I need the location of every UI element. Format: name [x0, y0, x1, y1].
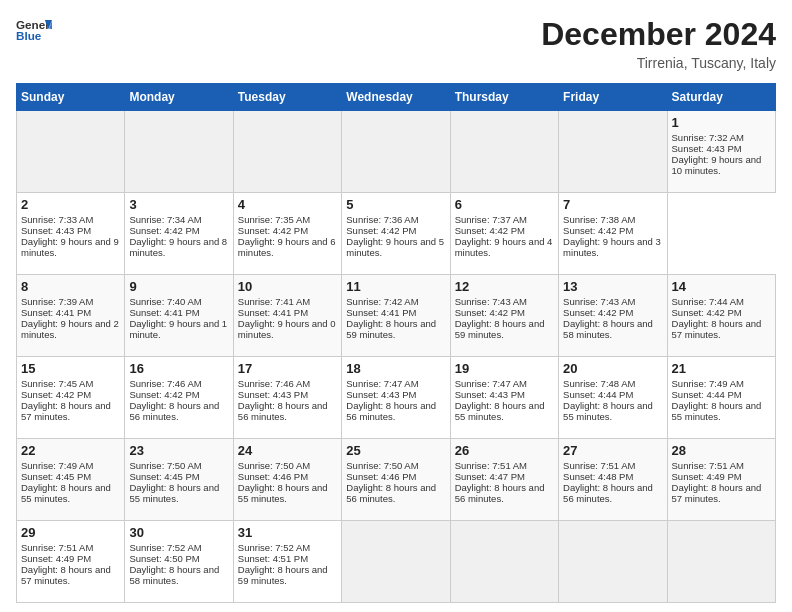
logo-icon: General Blue	[16, 16, 52, 44]
calendar-cell: 16Sunrise: 7:46 AMSunset: 4:42 PMDayligh…	[125, 357, 233, 439]
day-number: 10	[238, 279, 337, 294]
calendar-cell: 26Sunrise: 7:51 AMSunset: 4:47 PMDayligh…	[450, 439, 558, 521]
calendar-cell: 10Sunrise: 7:41 AMSunset: 4:41 PMDayligh…	[233, 275, 341, 357]
day-header-sunday: Sunday	[17, 84, 125, 111]
calendar-cell: 25Sunrise: 7:50 AMSunset: 4:46 PMDayligh…	[342, 439, 450, 521]
day-number: 18	[346, 361, 445, 376]
calendar-cell: 2Sunrise: 7:33 AMSunset: 4:43 PMDaylight…	[17, 193, 125, 275]
calendar-cell: 20Sunrise: 7:48 AMSunset: 4:44 PMDayligh…	[559, 357, 667, 439]
calendar-cell: 21Sunrise: 7:49 AMSunset: 4:44 PMDayligh…	[667, 357, 775, 439]
day-number: 14	[672, 279, 771, 294]
calendar-cell	[342, 111, 450, 193]
calendar-cell: 11Sunrise: 7:42 AMSunset: 4:41 PMDayligh…	[342, 275, 450, 357]
calendar-cell: 27Sunrise: 7:51 AMSunset: 4:48 PMDayligh…	[559, 439, 667, 521]
calendar-cell: 9Sunrise: 7:40 AMSunset: 4:41 PMDaylight…	[125, 275, 233, 357]
day-number: 20	[563, 361, 662, 376]
day-info: Sunrise: 7:50 AMSunset: 4:45 PMDaylight:…	[129, 460, 219, 504]
day-info: Sunrise: 7:49 AMSunset: 4:45 PMDaylight:…	[21, 460, 111, 504]
calendar-cell	[125, 111, 233, 193]
day-info: Sunrise: 7:51 AMSunset: 4:49 PMDaylight:…	[672, 460, 762, 504]
location-title: Tirrenia, Tuscany, Italy	[541, 55, 776, 71]
day-header-friday: Friday	[559, 84, 667, 111]
day-info: Sunrise: 7:50 AMSunset: 4:46 PMDaylight:…	[238, 460, 328, 504]
day-number: 23	[129, 443, 228, 458]
day-number: 19	[455, 361, 554, 376]
day-number: 5	[346, 197, 445, 212]
day-number: 11	[346, 279, 445, 294]
day-number: 24	[238, 443, 337, 458]
day-info: Sunrise: 7:52 AMSunset: 4:50 PMDaylight:…	[129, 542, 219, 586]
day-number: 13	[563, 279, 662, 294]
day-number: 22	[21, 443, 120, 458]
calendar-cell: 22Sunrise: 7:49 AMSunset: 4:45 PMDayligh…	[17, 439, 125, 521]
calendar-cell: 1Sunrise: 7:32 AMSunset: 4:43 PMDaylight…	[667, 111, 775, 193]
day-header-saturday: Saturday	[667, 84, 775, 111]
day-info: Sunrise: 7:32 AMSunset: 4:43 PMDaylight:…	[672, 132, 762, 176]
day-number: 17	[238, 361, 337, 376]
day-info: Sunrise: 7:43 AMSunset: 4:42 PMDaylight:…	[455, 296, 545, 340]
day-info: Sunrise: 7:36 AMSunset: 4:42 PMDaylight:…	[346, 214, 444, 258]
day-info: Sunrise: 7:43 AMSunset: 4:42 PMDaylight:…	[563, 296, 653, 340]
day-info: Sunrise: 7:34 AMSunset: 4:42 PMDaylight:…	[129, 214, 227, 258]
day-info: Sunrise: 7:48 AMSunset: 4:44 PMDaylight:…	[563, 378, 653, 422]
day-info: Sunrise: 7:47 AMSunset: 4:43 PMDaylight:…	[346, 378, 436, 422]
day-number: 30	[129, 525, 228, 540]
logo: General Blue	[16, 16, 52, 44]
calendar-cell: 17Sunrise: 7:46 AMSunset: 4:43 PMDayligh…	[233, 357, 341, 439]
day-number: 21	[672, 361, 771, 376]
calendar-cell: 15Sunrise: 7:45 AMSunset: 4:42 PMDayligh…	[17, 357, 125, 439]
day-number: 25	[346, 443, 445, 458]
calendar-cell: 28Sunrise: 7:51 AMSunset: 4:49 PMDayligh…	[667, 439, 775, 521]
calendar-cell	[17, 111, 125, 193]
page-header: General Blue December 2024 Tirrenia, Tus…	[16, 16, 776, 71]
day-info: Sunrise: 7:50 AMSunset: 4:46 PMDaylight:…	[346, 460, 436, 504]
day-info: Sunrise: 7:46 AMSunset: 4:43 PMDaylight:…	[238, 378, 328, 422]
day-info: Sunrise: 7:41 AMSunset: 4:41 PMDaylight:…	[238, 296, 336, 340]
calendar-week-row: 1Sunrise: 7:32 AMSunset: 4:43 PMDaylight…	[17, 111, 776, 193]
calendar-cell	[233, 111, 341, 193]
calendar-cell: 24Sunrise: 7:50 AMSunset: 4:46 PMDayligh…	[233, 439, 341, 521]
day-header-tuesday: Tuesday	[233, 84, 341, 111]
calendar-cell: 12Sunrise: 7:43 AMSunset: 4:42 PMDayligh…	[450, 275, 558, 357]
calendar-cell: 7Sunrise: 7:38 AMSunset: 4:42 PMDaylight…	[559, 193, 667, 275]
day-number: 27	[563, 443, 662, 458]
day-number: 1	[672, 115, 771, 130]
day-info: Sunrise: 7:51 AMSunset: 4:49 PMDaylight:…	[21, 542, 111, 586]
calendar-cell: 13Sunrise: 7:43 AMSunset: 4:42 PMDayligh…	[559, 275, 667, 357]
day-info: Sunrise: 7:51 AMSunset: 4:48 PMDaylight:…	[563, 460, 653, 504]
day-number: 15	[21, 361, 120, 376]
day-info: Sunrise: 7:39 AMSunset: 4:41 PMDaylight:…	[21, 296, 119, 340]
day-number: 29	[21, 525, 120, 540]
calendar-cell	[559, 111, 667, 193]
day-number: 9	[129, 279, 228, 294]
calendar-week-row: 22Sunrise: 7:49 AMSunset: 4:45 PMDayligh…	[17, 439, 776, 521]
day-number: 28	[672, 443, 771, 458]
calendar-cell: 8Sunrise: 7:39 AMSunset: 4:41 PMDaylight…	[17, 275, 125, 357]
calendar-cell: 30Sunrise: 7:52 AMSunset: 4:50 PMDayligh…	[125, 521, 233, 603]
calendar-cell: 3Sunrise: 7:34 AMSunset: 4:42 PMDaylight…	[125, 193, 233, 275]
day-info: Sunrise: 7:47 AMSunset: 4:43 PMDaylight:…	[455, 378, 545, 422]
calendar-table: SundayMondayTuesdayWednesdayThursdayFrid…	[16, 83, 776, 603]
day-info: Sunrise: 7:44 AMSunset: 4:42 PMDaylight:…	[672, 296, 762, 340]
calendar-cell	[450, 111, 558, 193]
day-info: Sunrise: 7:38 AMSunset: 4:42 PMDaylight:…	[563, 214, 661, 258]
day-header-thursday: Thursday	[450, 84, 558, 111]
calendar-cell: 18Sunrise: 7:47 AMSunset: 4:43 PMDayligh…	[342, 357, 450, 439]
day-number: 4	[238, 197, 337, 212]
day-info: Sunrise: 7:52 AMSunset: 4:51 PMDaylight:…	[238, 542, 328, 586]
day-info: Sunrise: 7:45 AMSunset: 4:42 PMDaylight:…	[21, 378, 111, 422]
calendar-cell: 23Sunrise: 7:50 AMSunset: 4:45 PMDayligh…	[125, 439, 233, 521]
title-area: December 2024 Tirrenia, Tuscany, Italy	[541, 16, 776, 71]
calendar-cell: 5Sunrise: 7:36 AMSunset: 4:42 PMDaylight…	[342, 193, 450, 275]
day-info: Sunrise: 7:37 AMSunset: 4:42 PMDaylight:…	[455, 214, 553, 258]
calendar-week-row: 2Sunrise: 7:33 AMSunset: 4:43 PMDaylight…	[17, 193, 776, 275]
day-number: 12	[455, 279, 554, 294]
calendar-cell: 14Sunrise: 7:44 AMSunset: 4:42 PMDayligh…	[667, 275, 775, 357]
day-number: 7	[563, 197, 662, 212]
day-number: 8	[21, 279, 120, 294]
day-header-wednesday: Wednesday	[342, 84, 450, 111]
day-number: 3	[129, 197, 228, 212]
day-info: Sunrise: 7:51 AMSunset: 4:47 PMDaylight:…	[455, 460, 545, 504]
calendar-cell: 29Sunrise: 7:51 AMSunset: 4:49 PMDayligh…	[17, 521, 125, 603]
calendar-cell: 4Sunrise: 7:35 AMSunset: 4:42 PMDaylight…	[233, 193, 341, 275]
